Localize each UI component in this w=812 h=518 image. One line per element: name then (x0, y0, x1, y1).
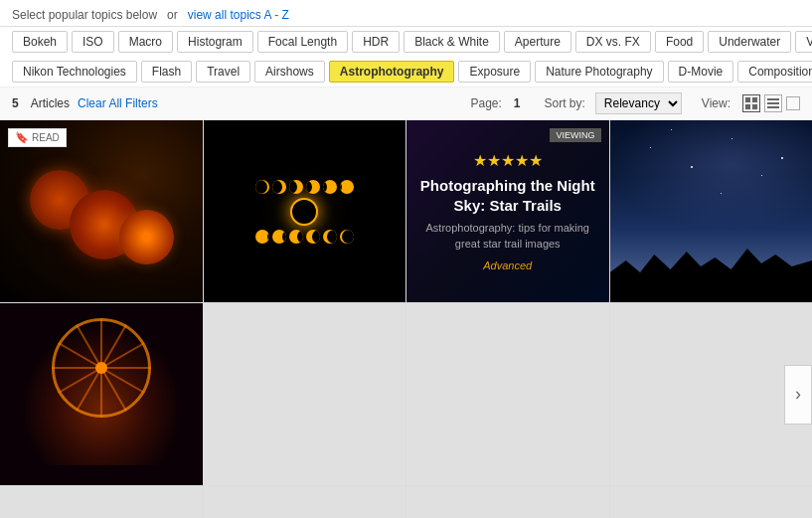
eclipse-p9 (289, 230, 303, 244)
tag-video[interactable]: Video (795, 31, 812, 53)
read-badge: 🔖 READ (8, 128, 67, 147)
tag-flash[interactable]: Flash (141, 61, 192, 83)
eclipse-p7 (255, 230, 269, 244)
empty-cell-10 (204, 486, 406, 518)
intro-text: Select popular topics below (12, 8, 157, 22)
tag-black--white[interactable]: Black & White (404, 31, 500, 53)
next-page-arrow[interactable]: › (784, 365, 812, 425)
article-eclipse[interactable] (204, 120, 406, 302)
select-all-checkbox[interactable] (786, 96, 800, 110)
tag-aperture[interactable]: Aperture (504, 31, 571, 53)
viewing-badge: VIEWING (550, 128, 600, 142)
view-all-link[interactable]: view all topics A - Z (188, 8, 289, 22)
topics-header: Select popular topics below or view all … (0, 0, 812, 27)
eclipse-row-top (255, 180, 354, 194)
eclipse-p3 (289, 180, 303, 194)
eclipse-p1 (255, 180, 269, 194)
eclipse-row-bottom (255, 230, 354, 244)
empty-cell-8 (610, 303, 813, 485)
article-level: Advanced (483, 259, 532, 271)
tree-silhouette (610, 243, 813, 302)
tags-row-2: Nikon TechnologiesFlashTravelAirshowsAst… (0, 57, 812, 86)
tag-hdr[interactable]: HDR (352, 31, 400, 53)
empty-cell-9 (0, 486, 203, 518)
eclipse-p10 (306, 230, 320, 244)
page-label: Page: (470, 96, 501, 110)
milky-way (610, 120, 813, 230)
empty-cell-6 (204, 303, 406, 485)
content-area: 🔖 READ (0, 120, 812, 518)
tag-d-movie[interactable]: D-Movie (668, 61, 734, 83)
page-number: 1 (514, 96, 521, 110)
svg-rect-4 (767, 98, 779, 100)
tag-composition[interactable]: Composition (737, 61, 812, 83)
ferris-wheel-graphic (52, 318, 151, 418)
empty-cell-7 (406, 303, 609, 485)
tag-macro[interactable]: Macro (118, 31, 173, 53)
empty-cell-11 (406, 486, 609, 518)
svg-rect-3 (752, 104, 757, 109)
tag-histogram[interactable]: Histogram (177, 31, 253, 53)
article-nightsky[interactable] (610, 120, 813, 302)
tag-iso[interactable]: ISO (72, 31, 114, 53)
eclipse-p6 (340, 180, 354, 194)
filter-bar: 5 Articles Clear All Filters Page: 1 Sor… (0, 86, 812, 120)
articles-count: 5 (12, 96, 19, 110)
tag-food[interactable]: Food (655, 31, 704, 53)
star-rating: ★★★★★ (473, 151, 543, 170)
page-wrapper: Select popular topics below or view all … (0, 0, 812, 518)
tag-astrophotography[interactable]: Astrophotography (329, 61, 455, 83)
svg-rect-1 (752, 97, 757, 102)
eclipse-p12 (340, 230, 354, 244)
tag-focal-length[interactable]: Focal Length (257, 31, 348, 53)
tag-dx-vs-fx[interactable]: DX vs. FX (575, 31, 651, 53)
bookmark-icon: 🔖 (15, 131, 29, 144)
tag-travel[interactable]: Travel (196, 61, 250, 83)
articles-label: Articles (31, 96, 70, 110)
tag-nature-photography[interactable]: Nature Photography (535, 61, 663, 83)
view-icons (742, 94, 800, 112)
ferris-hub (95, 362, 107, 374)
grid-view-button[interactable] (742, 94, 760, 112)
svg-rect-0 (745, 97, 750, 102)
or-text: or (167, 8, 178, 22)
article-title-text: Photographing the Night Sky: Star Trails (418, 176, 597, 215)
eclipse-sequence (204, 120, 406, 302)
eclipse-p5 (323, 180, 337, 194)
tag-underwater[interactable]: Underwater (708, 31, 791, 53)
read-label: READ (32, 132, 60, 143)
eclipse-p11 (323, 230, 337, 244)
list-view-button[interactable] (764, 94, 782, 112)
tag-airshows[interactable]: Airshows (254, 61, 325, 83)
tag-bokeh[interactable]: Bokeh (12, 31, 68, 53)
svg-rect-5 (767, 102, 779, 104)
view-label: View: (702, 96, 731, 110)
article-moon[interactable]: 🔖 READ (0, 120, 203, 302)
clear-filters-link[interactable]: Clear All Filters (78, 96, 158, 110)
sort-select[interactable]: RelevancyDateTitleRating (595, 92, 682, 114)
articles-grid: 🔖 READ (0, 120, 812, 518)
tag-exposure[interactable]: Exposure (458, 61, 531, 83)
article-ferris[interactable] (0, 303, 203, 485)
eclipse-total (290, 198, 318, 226)
svg-rect-2 (745, 104, 750, 109)
moon-image-3 (119, 210, 174, 264)
tags-row-1: BokehISOMacroHistogramFocal LengthHDRBla… (0, 27, 812, 57)
empty-cell-12 (610, 486, 813, 518)
sort-label: Sort by: (545, 96, 585, 110)
tag-nikon-technologies[interactable]: Nikon Technologies (12, 61, 137, 83)
eclipse-p8 (272, 230, 286, 244)
article-description: Astrophotography: tips for making great … (418, 221, 597, 252)
article-star-trails[interactable]: VIEWING ★★★★★ Photographing the Night Sk… (406, 120, 609, 302)
svg-rect-6 (767, 106, 779, 108)
eclipse-p2 (272, 180, 286, 194)
eclipse-p4 (306, 180, 320, 194)
